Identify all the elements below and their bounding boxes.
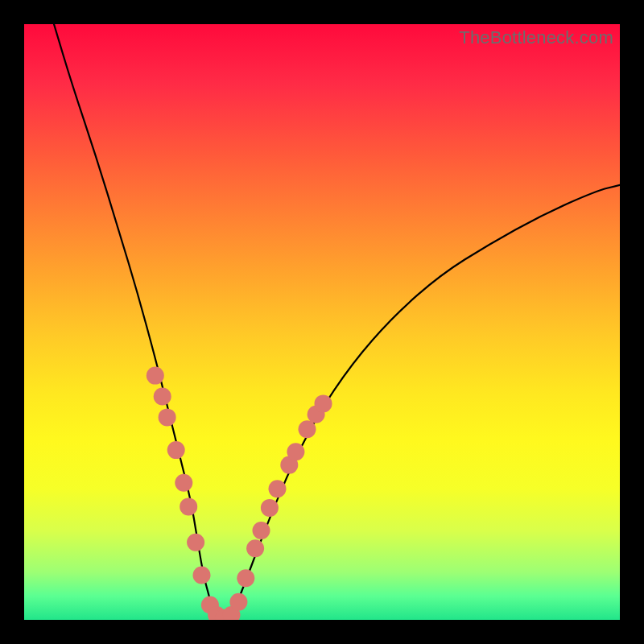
data-marker [237,569,254,587]
data-marker [315,394,332,412]
plot-area: TheBottleneck.com [24,24,620,620]
data-marker [154,388,171,406]
chart-svg [24,24,620,620]
data-marker [246,539,264,557]
data-marker [167,441,185,459]
data-marker [253,522,270,539]
data-marker [269,480,287,497]
data-marker [229,593,247,611]
data-marker [193,567,211,584]
data-marker [261,499,279,517]
bottleneck-curve [54,24,620,618]
data-marker [159,408,176,426]
data-marker [187,534,204,551]
data-marker [299,420,316,438]
data-marker [180,497,197,515]
chart-frame: TheBottleneck.com [0,0,644,644]
data-marker [175,474,192,492]
marker-group [147,367,332,620]
data-marker [287,443,304,460]
data-marker [147,367,164,385]
